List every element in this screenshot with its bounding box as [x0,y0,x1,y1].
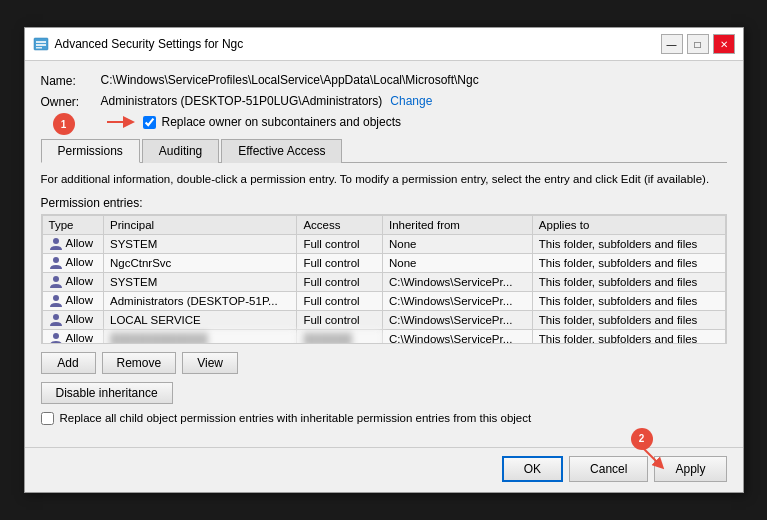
cell-type: Allow [42,291,104,310]
cell-principal: LOCAL SERVICE [104,310,297,329]
cell-principal: ████████████ [104,329,297,344]
cell-applies: This folder, subfolders and files [532,291,725,310]
info-text: For additional information, double-click… [41,171,727,187]
cell-access: Full control [297,272,383,291]
permission-table-container[interactable]: Type Principal Access Inherited from App… [41,214,727,344]
replace-all-label: Replace all child object permission entr… [60,412,532,424]
view-button[interactable]: View [182,352,238,374]
replace-all-checkbox[interactable] [41,412,54,425]
cell-principal: SYSTEM [104,272,297,291]
col-inherited: Inherited from [382,215,532,234]
name-row: Name: C:\Windows\ServiceProfiles\LocalSe… [41,73,727,88]
owner-value: Administrators (DESKTOP-51P0LUG\Administ… [101,94,383,108]
cell-applies: This folder, subfolders and files [532,272,725,291]
cell-applies: This folder, subfolders and files [532,310,725,329]
maximize-button[interactable]: □ [687,34,709,54]
cell-type: Allow [42,253,104,272]
name-value: C:\Windows\ServiceProfiles\LocalService\… [101,73,479,87]
main-content: Name: C:\Windows\ServiceProfiles\LocalSe… [25,61,743,446]
table-row[interactable]: Allow SYSTEM Full control C:\Windows\Ser… [42,272,725,291]
svg-line-11 [643,448,660,465]
window-title: Advanced Security Settings for Ngc [55,37,244,51]
cell-inherited: None [382,234,532,253]
replace-owner-label: Replace owner on subcontainers and objec… [162,115,401,129]
tab-permissions[interactable]: Permissions [41,139,140,163]
replace-owner-row: 1 Replace owner on subcontainers and obj… [101,115,727,129]
owner-label: Owner: [41,94,101,109]
cell-principal: Administrators (DESKTOP-51P... [104,291,297,310]
title-bar-controls: — □ ✕ [661,34,735,54]
cell-type: Allow [42,234,104,253]
cell-type: Allow [42,329,104,344]
dialog-footer: 2 OK Cancel Apply [25,447,743,492]
cell-access: ██████ [297,329,383,344]
table-row[interactable]: Allow NgcCtnrSvc Full control None This … [42,253,725,272]
col-type: Type [42,215,104,234]
cell-applies: This folder, subfolders and files [532,329,725,344]
table-row[interactable]: Allow ████████████ ██████ C:\Windows\Ser… [42,329,725,344]
svg-point-9 [53,314,59,320]
change-link[interactable]: Change [390,94,432,108]
cell-type: Allow [42,272,104,291]
tab-auditing[interactable]: Auditing [142,139,219,163]
col-principal: Principal [104,215,297,234]
table-row[interactable]: Allow Administrators (DESKTOP-51P... Ful… [42,291,725,310]
name-label: Name: [41,73,101,88]
cell-applies: This folder, subfolders and files [532,253,725,272]
cell-inherited: C:\Windows\ServicePr... [382,310,532,329]
disable-inheritance-button[interactable]: Disable inheritance [41,382,173,404]
cell-principal: SYSTEM [104,234,297,253]
cell-applies: This folder, subfolders and files [532,234,725,253]
cell-access: Full control [297,234,383,253]
cell-inherited: C:\Windows\ServicePr... [382,272,532,291]
owner-row: Owner: Administrators (DESKTOP-51P0LUG\A… [41,94,727,109]
title-bar: Advanced Security Settings for Ngc — □ ✕ [25,28,743,61]
replace-owner-checkbox[interactable] [143,116,156,129]
remove-button[interactable]: Remove [102,352,177,374]
cell-access: Full control [297,310,383,329]
minimize-button[interactable]: — [661,34,683,54]
cell-inherited: C:\Windows\ServicePr... [382,329,532,344]
col-access: Access [297,215,383,234]
action-buttons: Add Remove View [41,352,727,374]
cell-inherited: C:\Windows\ServicePr... [382,291,532,310]
close-button[interactable]: ✕ [713,34,735,54]
table-row[interactable]: Allow SYSTEM Full control None This fold… [42,234,725,253]
svg-point-7 [53,276,59,282]
cell-access: Full control [297,253,383,272]
bottom-checkbox-row: Replace all child object permission entr… [41,412,727,425]
permission-entries-label: Permission entries: [41,196,727,210]
arrow-down-indicator [638,443,668,478]
table-row[interactable]: Allow LOCAL SERVICE Full control C:\Wind… [42,310,725,329]
main-window: Advanced Security Settings for Ngc — □ ✕… [24,27,744,492]
cell-principal: NgcCtnrSvc [104,253,297,272]
svg-rect-1 [36,41,46,43]
badge-1: 1 [53,113,75,135]
svg-point-10 [53,333,59,339]
add-button[interactable]: Add [41,352,96,374]
svg-point-5 [53,238,59,244]
svg-rect-3 [36,47,42,49]
security-icon [33,36,49,52]
cell-inherited: None [382,253,532,272]
owner-value-row: Administrators (DESKTOP-51P0LUG\Administ… [101,94,433,108]
tabs: Permissions Auditing Effective Access [41,139,727,163]
svg-point-6 [53,257,59,263]
arrow-right-icon [107,115,135,129]
cell-access: Full control [297,291,383,310]
col-applies: Applies to [532,215,725,234]
tab-effective-access[interactable]: Effective Access [221,139,342,163]
title-bar-left: Advanced Security Settings for Ngc [33,36,244,52]
cell-type: Allow [42,310,104,329]
svg-rect-2 [36,44,46,46]
ok-button[interactable]: OK [502,456,563,482]
permission-table: Type Principal Access Inherited from App… [42,215,726,344]
svg-point-8 [53,295,59,301]
